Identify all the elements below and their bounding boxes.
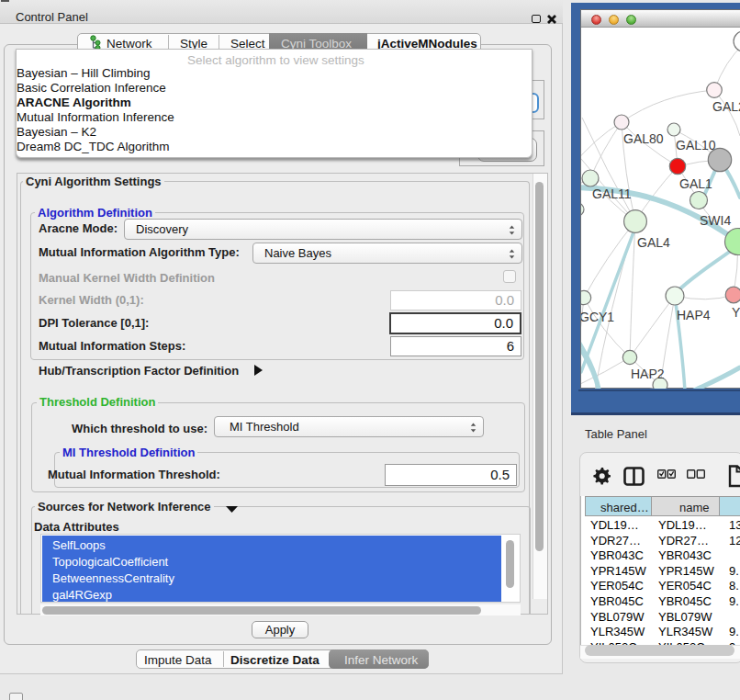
svg-text:GAL10: GAL10 [676,138,716,152]
svg-text:GCY1: GCY1 [581,310,614,324]
svg-text:GAL4: GAL4 [637,235,670,250]
svg-text:HAP4: HAP4 [677,308,711,322]
svg-text:GAL11: GAL11 [592,186,632,201]
svg-text:SWI4: SWI4 [700,213,731,228]
svg-text:GAL1: GAL1 [679,176,712,191]
svg-text:Y: Y [732,305,740,320]
svg-text:GAL80: GAL80 [623,131,664,146]
svg-text:GAL2: GAL2 [712,99,740,114]
svg-text:HAP2: HAP2 [631,367,665,381]
